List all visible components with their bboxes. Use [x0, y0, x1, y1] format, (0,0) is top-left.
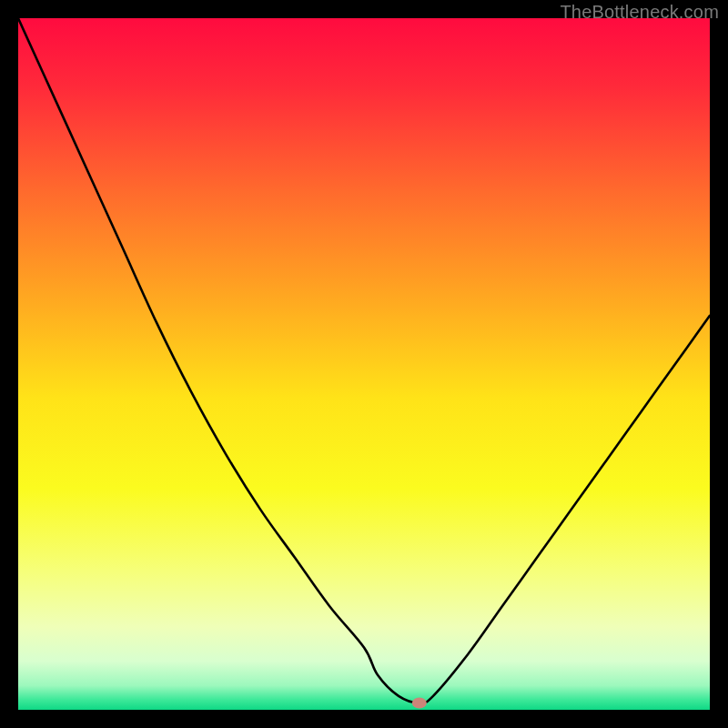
attribution-label: TheBottleneck.com [560, 2, 719, 23]
plot-area [18, 18, 710, 710]
optimum-marker-icon [412, 697, 427, 708]
curve-layer [18, 18, 710, 710]
chart-frame: TheBottleneck.com [0, 0, 728, 728]
bottleneck-curve [18, 18, 710, 703]
